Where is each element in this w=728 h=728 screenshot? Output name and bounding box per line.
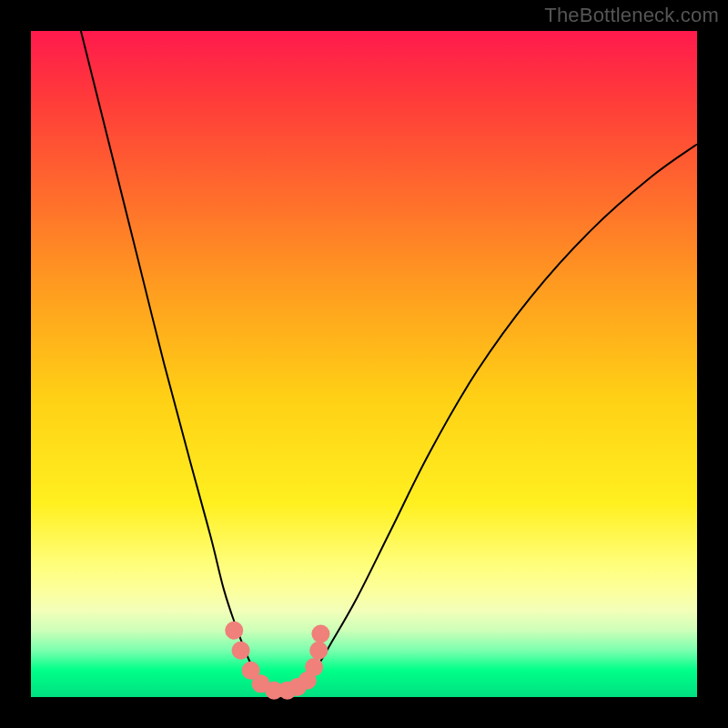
line-left-branch: [81, 31, 271, 691]
chart-frame: TheBottleneck.com: [0, 0, 728, 728]
chart-svg: [31, 31, 697, 697]
marker-bottom-markers: [225, 622, 243, 640]
line-right-branch: [298, 144, 697, 690]
marker-bottom-markers: [309, 642, 328, 660]
marker-bottom-markers: [305, 658, 323, 676]
line-series-group: [81, 31, 697, 691]
marker-bottom-markers: [232, 642, 250, 660]
marker-series-group: [225, 622, 329, 700]
watermark-text: TheBottleneck.com: [544, 4, 719, 27]
marker-bottom-markers: [311, 624, 329, 642]
plot-area: [31, 31, 697, 697]
